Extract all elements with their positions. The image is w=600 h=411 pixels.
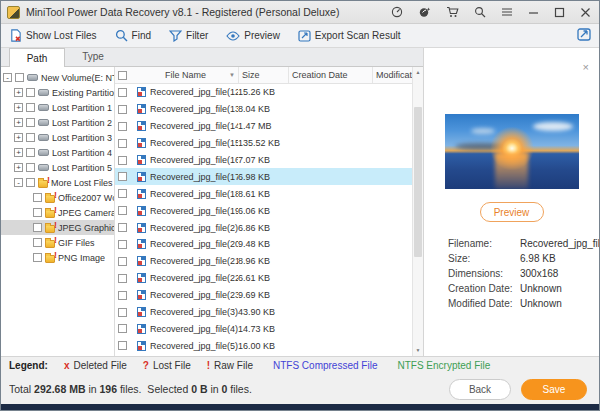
tree-item[interactable]: JPEG Camera file	[1, 205, 114, 220]
tree-item[interactable]: Existing Partition (N...	[1, 85, 114, 100]
checkbox[interactable]	[118, 223, 127, 232]
tree-item[interactable]: Lost Partition 1 (NT...	[1, 100, 114, 115]
file-row[interactable]: Recovered_jpg_file(3).jpg43.90 KB	[115, 304, 412, 321]
timer-icon[interactable]	[391, 6, 403, 18]
checkbox[interactable]	[26, 88, 35, 97]
tree-item[interactable]: New Volume(E: NTFS)	[1, 70, 114, 85]
folder-icon	[45, 225, 55, 233]
scroll-down-icon[interactable]	[413, 345, 423, 356]
file-row[interactable]: Recovered_jpg_file(5).jpg16.00 KB	[115, 337, 412, 354]
file-row[interactable]: Recovered_jpg_file(15).jpg135.52 KB	[115, 135, 412, 152]
checkbox[interactable]	[118, 291, 127, 300]
checkbox[interactable]	[118, 139, 127, 148]
checkbox[interactable]	[33, 208, 42, 217]
file-row[interactable]: Recovered_jpg_file(18).jpg8.61 KB	[115, 185, 412, 202]
file-row[interactable]: Recovered_jpg_file(4).jpg14.73 KB	[115, 320, 412, 337]
minimize-button[interactable]	[528, 7, 539, 18]
checkbox[interactable]	[118, 341, 127, 350]
find-button[interactable]: Find	[115, 29, 151, 42]
checkbox[interactable]	[118, 206, 127, 215]
show-lost-files-button[interactable]: Show Lost Files	[9, 29, 97, 42]
cart-icon[interactable]	[446, 6, 459, 18]
file-size: 1.47 MB	[238, 118, 288, 135]
menu-icon[interactable]	[501, 7, 513, 17]
file-row[interactable]: Recovered_jpg_file(12).jpg15.26 KB	[115, 84, 412, 101]
back-button[interactable]: Back	[449, 379, 511, 400]
checkbox[interactable]	[15, 73, 24, 82]
filter-button[interactable]: Filter	[169, 30, 208, 42]
file-row[interactable]: Recovered_jpg_file(23).jpg9.69 KB	[115, 287, 412, 304]
checkbox[interactable]	[118, 308, 127, 317]
select-all-checkbox[interactable]	[118, 71, 127, 80]
checkbox[interactable]	[118, 324, 127, 333]
checkbox[interactable]	[26, 103, 35, 112]
file-row[interactable]: Recovered_jpg_file(16).jpg7.07 KB	[115, 152, 412, 169]
expander-icon[interactable]	[14, 148, 23, 157]
preview-image-button[interactable]: Preview	[480, 202, 544, 222]
zoom-icon[interactable]	[474, 6, 486, 18]
checkbox[interactable]	[26, 178, 35, 187]
expander-icon[interactable]	[14, 178, 23, 187]
tree-item[interactable]: JPEG Graphics ...	[1, 220, 114, 235]
checkbox[interactable]	[26, 118, 35, 127]
column-header-creation-date[interactable]: Creation Date	[288, 67, 372, 83]
checkbox[interactable]	[118, 88, 127, 97]
checkbox[interactable]	[118, 122, 127, 131]
checkbox[interactable]	[33, 193, 42, 202]
expander-icon[interactable]	[14, 163, 23, 172]
tree-item[interactable]: GIF Files	[1, 235, 114, 250]
tab-type[interactable]: Type	[65, 48, 121, 66]
expander-icon[interactable]	[3, 73, 12, 82]
preview-button[interactable]: Preview	[226, 30, 280, 41]
checkbox[interactable]	[118, 105, 127, 114]
tree-item[interactable]: More Lost Files (RA...	[1, 175, 114, 190]
expander-icon[interactable]	[14, 103, 23, 112]
checkbox[interactable]	[26, 148, 35, 157]
file-row[interactable]: Recovered_jpg_file(22).jpg6.61 KB	[115, 270, 412, 287]
file-row[interactable]: Recovered_jpg_file(20).jpg9.48 KB	[115, 236, 412, 253]
checkbox[interactable]	[118, 172, 127, 181]
scroll-up-icon[interactable]	[413, 67, 423, 78]
expander-icon[interactable]	[14, 133, 23, 142]
file-row[interactable]: Recovered_jpg_file(14).jpg1.47 MB	[115, 118, 412, 135]
checkbox[interactable]	[33, 223, 42, 232]
scrollbar-thumb[interactable]	[414, 107, 422, 257]
file-row[interactable]: Recovered_jpg_file(17).jpg6.98 KB	[115, 168, 412, 185]
promotion-icon[interactable]	[418, 6, 431, 18]
column-header-size[interactable]: Size	[238, 67, 288, 83]
close-button[interactable]	[580, 7, 591, 18]
maximize-button[interactable]	[554, 7, 565, 18]
tree-item[interactable]: Lost Partition 5 (NT...	[1, 160, 114, 175]
vertical-scrollbar[interactable]	[412, 67, 423, 356]
save-button[interactable]: Save	[521, 379, 587, 400]
preview-close-icon[interactable]: ×	[583, 62, 589, 73]
checkbox[interactable]	[118, 240, 127, 249]
export-scan-result-button[interactable]: Export Scan Result	[298, 29, 401, 42]
legend-symbol: ?	[143, 360, 149, 371]
tree-item[interactable]: Lost Partition 3 (NT...	[1, 130, 114, 145]
file-row[interactable]: Recovered_jpg_file(21).jpg8.96 KB	[115, 253, 412, 270]
tree-item[interactable]: PNG Image	[1, 250, 114, 265]
expander-icon[interactable]	[14, 118, 23, 127]
checkbox[interactable]	[26, 163, 35, 172]
file-row[interactable]: Recovered_jpg_file(13).jpg8.04 KB	[115, 101, 412, 118]
checkbox[interactable]	[33, 253, 42, 262]
checkbox[interactable]	[118, 257, 127, 266]
tree-item[interactable]: Lost Partition 4 (NT...	[1, 145, 114, 160]
expander-icon[interactable]	[14, 88, 23, 97]
file-creation-date	[288, 202, 372, 219]
tree-item[interactable]: Office2007 Wor...	[1, 190, 114, 205]
tree-item[interactable]: Lost Partition 2 (NT...	[1, 115, 114, 130]
checkbox[interactable]	[118, 156, 127, 165]
tab-path[interactable]: Path	[9, 48, 65, 67]
file-row[interactable]: Recovered_jpg_file(19).jpg6.06 KB	[115, 202, 412, 219]
checkbox[interactable]	[26, 133, 35, 142]
checkbox[interactable]	[118, 274, 127, 283]
file-row[interactable]: Recovered_jpg_file(2).jpg6.86 KB	[115, 219, 412, 236]
sort-descending-icon[interactable]	[229, 72, 235, 78]
checkbox[interactable]	[118, 189, 127, 198]
column-header-modification[interactable]: Modification	[372, 67, 412, 83]
export-icon[interactable]	[577, 27, 591, 45]
column-header-file-name[interactable]: File Name	[133, 67, 238, 83]
checkbox[interactable]	[33, 238, 42, 247]
